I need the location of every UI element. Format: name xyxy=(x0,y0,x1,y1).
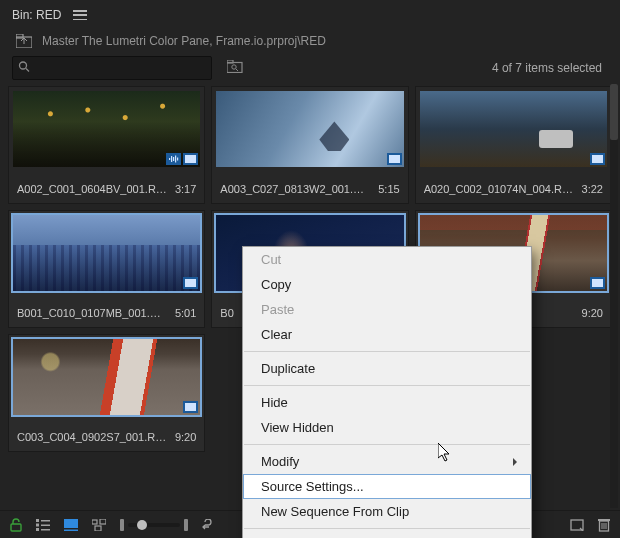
ctx-separator xyxy=(244,351,530,352)
freeform-view-icon[interactable] xyxy=(92,519,106,531)
ctx-hide[interactable]: Hide xyxy=(243,390,531,415)
context-menu: Cut Copy Paste Clear Duplicate Hide View… xyxy=(242,246,532,538)
zoom-slider[interactable] xyxy=(120,519,188,531)
toolbar: 4 of 7 items selected xyxy=(0,56,620,86)
scrollbar-thumb[interactable] xyxy=(610,84,618,140)
video-badge-icon xyxy=(590,277,605,289)
ctx-separator xyxy=(244,385,530,386)
clip-duration: 5:15 xyxy=(378,183,399,195)
video-badge-icon xyxy=(387,153,402,165)
svg-rect-16 xyxy=(390,156,396,162)
clip-item[interactable]: C003_C004_0902S7_001.R3D 9:20 xyxy=(8,334,205,452)
svg-rect-11 xyxy=(175,156,176,163)
ctx-modify[interactable]: Modify xyxy=(243,449,531,474)
search-input[interactable] xyxy=(12,56,212,80)
svg-line-3 xyxy=(26,69,29,72)
lock-icon[interactable] xyxy=(10,518,22,532)
video-badge-icon xyxy=(183,153,198,165)
svg-rect-9 xyxy=(171,156,172,162)
clip-thumbnail[interactable] xyxy=(13,91,200,167)
clip-name: C003_C004_0902S7_001.R3D xyxy=(17,431,167,443)
trash-icon[interactable] xyxy=(598,518,610,532)
ctx-new-sequence-from-clip[interactable]: New Sequence From Clip xyxy=(243,499,531,524)
clip-thumbnail[interactable] xyxy=(13,215,200,291)
svg-rect-28 xyxy=(36,519,39,522)
svg-rect-31 xyxy=(41,524,50,526)
svg-point-2 xyxy=(20,62,27,69)
scrollbar[interactable] xyxy=(610,84,618,508)
svg-rect-1 xyxy=(16,34,23,38)
clip-name: A003_C027_0813W2_001.R3D xyxy=(220,183,370,195)
video-badge-icon xyxy=(183,277,198,289)
sort-icon[interactable] xyxy=(202,519,216,531)
svg-rect-35 xyxy=(64,529,78,531)
svg-line-7 xyxy=(236,69,238,71)
svg-rect-18 xyxy=(593,156,599,162)
clip-thumbnail[interactable] xyxy=(13,339,200,415)
svg-rect-32 xyxy=(36,528,39,531)
svg-rect-34 xyxy=(64,519,78,528)
clip-duration: 9:20 xyxy=(175,431,196,443)
svg-rect-27 xyxy=(11,524,21,531)
svg-rect-26 xyxy=(186,404,192,410)
video-badge-icon xyxy=(590,153,605,165)
ctx-clear[interactable]: Clear xyxy=(243,322,531,347)
audio-badge-icon xyxy=(166,153,181,165)
svg-rect-37 xyxy=(100,519,106,524)
svg-rect-5 xyxy=(227,60,233,63)
ctx-speed-duration[interactable]: Speed/Duration... xyxy=(243,533,531,538)
ctx-copy[interactable]: Copy xyxy=(243,272,531,297)
svg-rect-4 xyxy=(227,63,242,73)
breadcrumb-up-icon[interactable] xyxy=(16,34,32,48)
ctx-paste: Paste xyxy=(243,297,531,322)
clip-item[interactable]: A002_C001_0604BV_001.R3D 3:17 xyxy=(8,86,205,204)
svg-rect-36 xyxy=(92,520,97,524)
svg-rect-8 xyxy=(169,158,170,160)
svg-rect-30 xyxy=(36,523,39,526)
icon-view-icon[interactable] xyxy=(64,519,78,531)
clip-thumbnail[interactable] xyxy=(216,91,403,167)
ctx-duplicate[interactable]: Duplicate xyxy=(243,356,531,381)
ctx-separator xyxy=(244,528,530,529)
new-item-icon[interactable] xyxy=(570,518,584,532)
breadcrumb-path[interactable]: Master The Lumetri Color Pane, Frame.io.… xyxy=(42,34,326,48)
clip-duration: 3:17 xyxy=(175,183,196,195)
panel-menu-icon[interactable] xyxy=(73,10,87,20)
bin-title: Bin: RED xyxy=(12,8,61,22)
svg-rect-24 xyxy=(593,280,599,286)
svg-rect-10 xyxy=(173,157,174,161)
ctx-separator xyxy=(244,444,530,445)
svg-rect-33 xyxy=(41,529,50,531)
clip-name: A020_C002_01074N_004.R3D xyxy=(424,183,574,195)
clip-item[interactable]: A020_C002_01074N_004.R3D 3:22 xyxy=(415,86,612,204)
search-icon xyxy=(18,61,30,76)
title-bar: Bin: RED xyxy=(0,0,620,30)
svg-rect-14 xyxy=(186,156,192,162)
clip-duration: 3:22 xyxy=(582,183,603,195)
clip-item[interactable]: B001_C010_0107MB_001.R3D 5:01 xyxy=(8,210,205,328)
ctx-view-hidden[interactable]: View Hidden xyxy=(243,415,531,440)
clip-name: A002_C001_0604BV_001.R3D xyxy=(17,183,167,195)
svg-rect-38 xyxy=(95,526,101,531)
clip-duration: 5:01 xyxy=(175,307,196,319)
svg-rect-29 xyxy=(41,520,50,522)
list-view-icon[interactable] xyxy=(36,519,50,531)
clip-thumbnail[interactable] xyxy=(420,91,607,167)
breadcrumb: Master The Lumetri Color Pane, Frame.io.… xyxy=(0,30,620,56)
video-badge-icon xyxy=(183,401,198,413)
selection-status: 4 of 7 items selected xyxy=(492,61,608,75)
svg-rect-12 xyxy=(177,158,178,161)
svg-rect-41 xyxy=(598,519,610,521)
svg-rect-20 xyxy=(186,280,192,286)
svg-point-6 xyxy=(232,65,236,69)
clip-duration: 9:20 xyxy=(582,307,603,319)
ctx-source-settings[interactable]: Source Settings... xyxy=(243,474,531,499)
new-search-bin-icon[interactable] xyxy=(224,57,246,79)
clip-item[interactable]: A003_C027_0813W2_001.R3D 5:15 xyxy=(211,86,408,204)
clip-name: B0 xyxy=(220,307,233,319)
ctx-cut: Cut xyxy=(243,247,531,272)
clip-name: B001_C010_0107MB_001.R3D xyxy=(17,307,167,319)
search-wrap xyxy=(12,56,212,80)
